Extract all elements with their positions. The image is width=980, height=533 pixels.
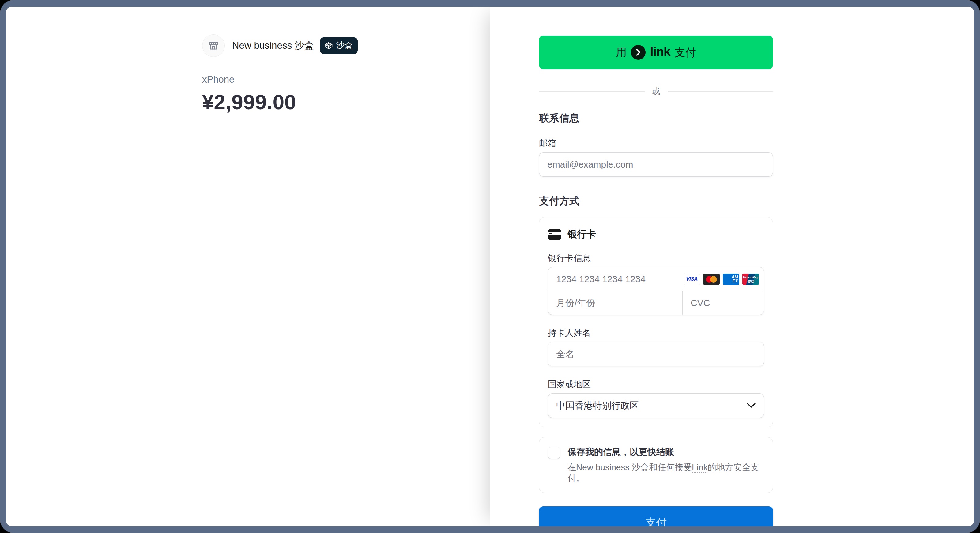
card-method-tab[interactable]: 银行卡 bbox=[548, 228, 764, 241]
card-cvc-input[interactable] bbox=[682, 291, 764, 315]
card-tab-label: 银行卡 bbox=[568, 228, 596, 241]
visa-icon: VISA bbox=[684, 274, 700, 285]
email-label: 邮箱 bbox=[539, 138, 773, 149]
country-select[interactable]: 中国香港特别行政区 bbox=[548, 393, 764, 418]
save-info-description: 在New business 沙盒和任何接受Link的地方安全支付。 bbox=[568, 462, 764, 484]
link-button-suffix: 支付 bbox=[675, 45, 696, 60]
divider-line bbox=[539, 91, 645, 92]
merchant-logo bbox=[202, 34, 225, 57]
pay-with-link-button[interactable]: 用 link 支付 bbox=[539, 35, 773, 69]
link-wordmark: link bbox=[650, 45, 670, 59]
card-info-label: 银行卡信息 bbox=[548, 252, 764, 264]
card-brand-icons: VISA AM EX bbox=[684, 274, 764, 285]
pay-button[interactable]: 支付 bbox=[539, 506, 773, 526]
chevron-down-icon bbox=[747, 403, 756, 408]
country-select-value: 中国香港特别行政区 bbox=[556, 399, 639, 412]
divider-line bbox=[668, 91, 773, 92]
unionpay-icon: UnionPay 银联 bbox=[742, 274, 759, 285]
order-summary-pane: New business 沙盒 沙盒 xPhone ¥2,999.00 bbox=[6, 7, 490, 526]
link-term[interactable]: Link bbox=[692, 463, 708, 473]
credit-card-icon bbox=[548, 229, 562, 240]
or-divider: 或 bbox=[539, 86, 773, 96]
mastercard-icon bbox=[703, 274, 720, 285]
cardholder-name-input[interactable] bbox=[548, 342, 764, 366]
sandbox-box-icon bbox=[324, 41, 333, 50]
sandbox-badge[interactable]: 沙盒 bbox=[320, 37, 358, 54]
checkout-window: New business 沙盒 沙盒 xPhone ¥2,999.00 bbox=[6, 7, 974, 526]
contact-heading: 联系信息 bbox=[539, 111, 773, 125]
save-info-title: 保存我的信息，以更快结账 bbox=[568, 446, 764, 458]
or-divider-text: 或 bbox=[652, 86, 660, 97]
card-payment-method-box: 银行卡 银行卡信息 VISA bbox=[539, 217, 773, 427]
link-logo-icon bbox=[631, 45, 646, 60]
desktop-background: New business 沙盒 沙盒 xPhone ¥2,999.00 bbox=[0, 0, 980, 533]
email-input[interactable] bbox=[539, 152, 773, 177]
link-button-prefix: 用 bbox=[616, 45, 627, 60]
amex-icon: AM EX bbox=[723, 274, 739, 285]
country-label: 国家或地区 bbox=[548, 379, 764, 390]
save-info-box: 保存我的信息，以更快结账 在New business 沙盒和任何接受Link的地… bbox=[539, 437, 773, 493]
storefront-icon bbox=[208, 40, 219, 51]
product-name: xPhone bbox=[202, 74, 447, 85]
product-price: ¥2,999.00 bbox=[202, 90, 447, 114]
card-expiry-input[interactable] bbox=[548, 291, 682, 315]
merchant-name: New business 沙盒 bbox=[232, 39, 314, 52]
payment-pane: 用 link 支付 或 联系信息 邮箱 支付 bbox=[490, 7, 974, 526]
merchant-header: New business 沙盒 沙盒 bbox=[202, 34, 447, 57]
card-number-input[interactable] bbox=[548, 267, 684, 291]
sandbox-badge-label: 沙盒 bbox=[336, 40, 353, 51]
cardholder-name-label: 持卡人姓名 bbox=[548, 327, 764, 339]
card-input-group: VISA AM EX bbox=[548, 267, 764, 315]
payment-method-heading: 支付方式 bbox=[539, 194, 773, 208]
save-info-checkbox[interactable] bbox=[548, 447, 560, 459]
